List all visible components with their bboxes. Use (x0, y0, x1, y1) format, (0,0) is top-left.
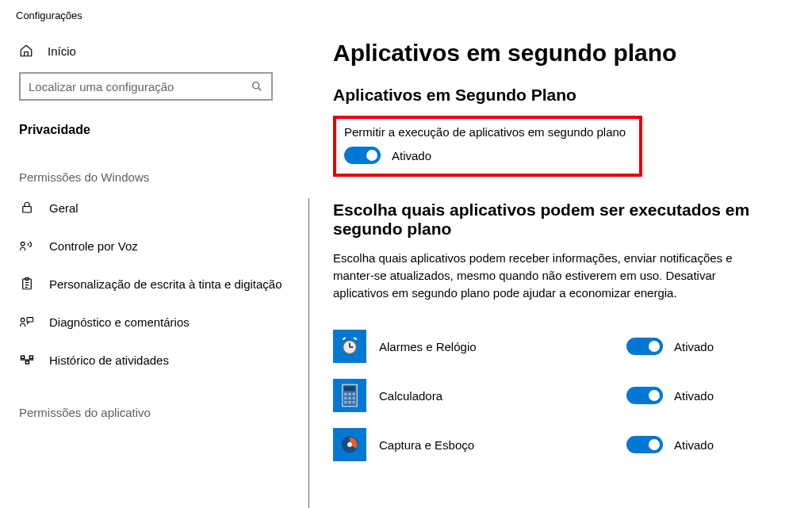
section-windows-permissions: Permissões do Windows (0, 143, 309, 189)
page-title: Aplicativos em segundo plano (333, 40, 780, 67)
home-icon (19, 44, 33, 58)
nav-general[interactable]: Geral (0, 189, 309, 227)
svg-rect-29 (348, 401, 350, 403)
app-toggle-snip[interactable] (626, 436, 663, 453)
app-toggle-state: Ativado (674, 389, 714, 403)
app-name: Alarmes e Relógio (379, 340, 614, 353)
svg-rect-22 (344, 393, 347, 395)
svg-rect-2 (23, 207, 32, 213)
search-box[interactable] (19, 72, 273, 101)
sidebar: Configurações Início Privacidade Permiss… (0, 0, 309, 508)
svg-rect-14 (29, 356, 33, 358)
svg-rect-25 (344, 397, 347, 399)
voice-icon (19, 238, 35, 254)
svg-rect-21 (344, 387, 355, 392)
app-toggle-state: Ativado (674, 340, 714, 353)
nav-activity-history[interactable]: Histórico de atividades (0, 341, 309, 379)
main-content: Aplicativos em segundo plano Aplicativos… (309, 0, 812, 508)
nav-diagnostics[interactable]: Diagnóstico e comentários (0, 303, 309, 341)
timeline-icon (19, 352, 35, 368)
app-name: Calculadora (379, 389, 614, 403)
master-toggle-state: Ativado (392, 149, 431, 162)
search-icon (251, 80, 263, 93)
svg-point-9 (21, 318, 25, 322)
svg-rect-23 (348, 393, 350, 395)
svg-point-32 (347, 442, 352, 447)
svg-line-19 (354, 338, 356, 339)
nav-label: Geral (49, 201, 290, 215)
section-heading-master: Aplicativos em Segundo Plano (333, 86, 780, 105)
alarms-icon (333, 330, 366, 363)
home-nav[interactable]: Início (0, 36, 309, 66)
master-toggle-row: Ativado (344, 147, 631, 164)
app-row-calculator: Calculadora Ativado (333, 371, 745, 420)
search-wrap (0, 66, 309, 101)
svg-rect-10 (27, 318, 33, 322)
app-name: Captura e Esboço (379, 438, 614, 452)
svg-rect-28 (344, 401, 347, 403)
clipboard-icon (19, 276, 35, 292)
nav-label: Controle por Voz (49, 239, 290, 253)
nav-label: Diagnóstico e comentários (49, 315, 290, 329)
window-title: Configurações (0, 0, 309, 36)
app-toggle-alarms[interactable] (626, 338, 663, 355)
app-row-alarms: Alarmes e Relógio Ativado (333, 322, 745, 371)
svg-line-1 (259, 88, 261, 90)
svg-line-18 (343, 338, 345, 339)
svg-rect-26 (348, 397, 350, 399)
svg-rect-24 (352, 393, 354, 395)
snip-icon (333, 428, 366, 461)
svg-rect-30 (352, 401, 354, 403)
app-row-snip: Captura e Esboço Ativado (333, 420, 745, 469)
calculator-icon (333, 379, 366, 412)
svg-point-0 (253, 82, 259, 89)
lock-icon (19, 200, 35, 216)
section-heading-choose: Escolha quais aplicativos podem ser exec… (333, 201, 780, 239)
svg-point-3 (21, 242, 25, 246)
section-description: Escolha quais aplicativos podem receber … (333, 250, 745, 301)
svg-rect-13 (25, 361, 29, 364)
highlight-annotation: Permitir a execução de aplicativos em se… (333, 116, 642, 177)
svg-rect-27 (352, 397, 354, 399)
home-label: Início (48, 44, 76, 58)
app-toggle-state: Ativado (674, 438, 714, 452)
feedback-icon (19, 314, 35, 330)
nav-voice[interactable]: Controle por Voz (0, 227, 309, 265)
app-toggle-calculator[interactable] (626, 387, 663, 404)
master-toggle[interactable] (344, 147, 381, 164)
section-app-permissions: Permissões do aplicativo (0, 379, 309, 424)
search-input[interactable] (29, 80, 251, 94)
category-title: Privacidade (0, 101, 309, 143)
svg-rect-12 (21, 356, 25, 358)
master-toggle-label: Permitir a execução de aplicativos em se… (344, 125, 631, 139)
nav-label: Personalização de escrita à tinta e digi… (49, 277, 290, 291)
nav-inking[interactable]: Personalização de escrita à tinta e digi… (0, 265, 309, 303)
nav-label: Histórico de atividades (49, 353, 290, 367)
